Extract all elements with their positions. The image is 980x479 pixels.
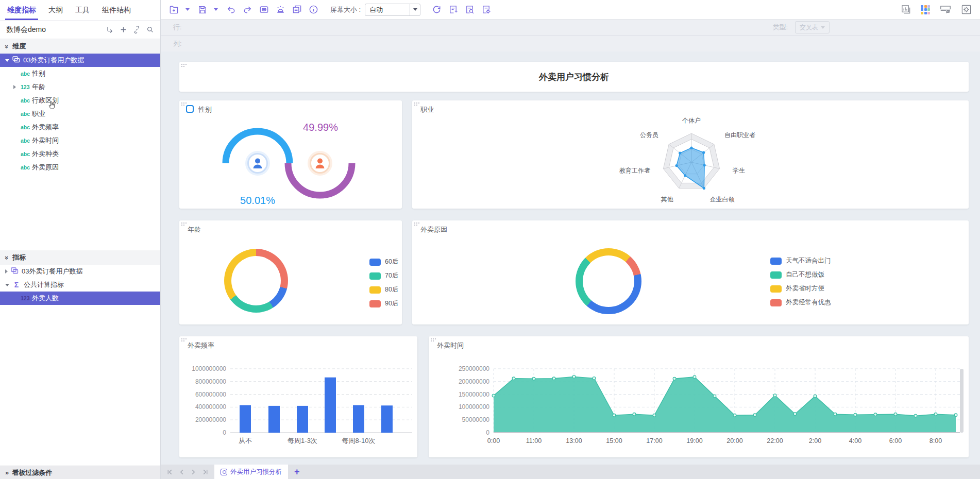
link-box-icon[interactable] xyxy=(259,5,269,14)
alarm-icon[interactable] xyxy=(276,5,285,14)
tab-tools[interactable]: 工具 xyxy=(75,0,90,20)
data-point[interactable] xyxy=(673,378,676,381)
drag-handle[interactable] xyxy=(414,223,415,224)
legend-item[interactable]: 80后 xyxy=(369,285,398,294)
search-icon[interactable] xyxy=(146,26,154,33)
data-point[interactable] xyxy=(854,414,857,417)
dimension-item[interactable]: abc外卖原因 xyxy=(0,161,160,174)
chart-type-dropdown[interactable]: 交叉表 xyxy=(795,21,830,33)
bar[interactable] xyxy=(268,406,280,433)
legend-item[interactable]: 60后 xyxy=(369,258,398,266)
caret-down-icon[interactable] xyxy=(5,284,9,286)
caret-right-icon[interactable] xyxy=(13,85,16,89)
save-icon[interactable] xyxy=(198,5,207,14)
drag-handle[interactable] xyxy=(181,223,182,224)
data-point[interactable] xyxy=(874,413,877,416)
dimensions-header[interactable]: » 维度 xyxy=(0,39,160,54)
copy-icon[interactable] xyxy=(292,5,302,14)
save-caret[interactable] xyxy=(214,8,218,11)
bar[interactable] xyxy=(325,378,336,433)
data-point[interactable] xyxy=(894,413,897,416)
screen-size-select[interactable]: 自动 xyxy=(365,4,420,16)
redo-icon[interactable] xyxy=(243,5,252,14)
drag-handle[interactable] xyxy=(181,64,182,65)
data-point[interactable] xyxy=(914,415,917,418)
hide-card-icon[interactable] xyxy=(939,4,952,15)
dimension-item[interactable]: abc行政区划 xyxy=(0,94,160,107)
gender-card[interactable]: 性别 49.99%50.01% xyxy=(179,100,402,209)
board-filter-bar[interactable]: » 看板过滤条件 xyxy=(0,466,160,479)
data-point[interactable] xyxy=(693,375,696,379)
reason-card[interactable]: 外卖原因 天气不适合出门自己不想做饭外卖省时方便外卖经常有优惠 xyxy=(412,220,969,324)
tab-component-structure[interactable]: 组件结构 xyxy=(102,0,131,20)
chart-scrollbar[interactable] xyxy=(960,369,964,433)
data-point[interactable] xyxy=(532,378,535,381)
bar[interactable] xyxy=(381,405,393,433)
dimension-item[interactable]: abc外卖种类 xyxy=(0,147,160,161)
data-point[interactable] xyxy=(773,394,776,397)
metric-item[interactable]: Σ公共计算指标 xyxy=(0,278,160,292)
new-dashboard-icon[interactable] xyxy=(169,5,179,14)
data-point[interactable] xyxy=(834,413,837,416)
data-point[interactable] xyxy=(713,395,716,398)
bar[interactable] xyxy=(353,405,364,433)
data-point[interactable] xyxy=(753,414,756,417)
data-point[interactable] xyxy=(934,413,937,416)
legend-item[interactable]: 外卖经常有优惠 xyxy=(770,298,831,307)
drag-handle[interactable] xyxy=(181,102,182,104)
age-card[interactable]: 年龄 60后70后80后90后 xyxy=(179,220,402,324)
metric-item[interactable]: 03外卖订餐用户数据 xyxy=(0,265,160,278)
caret-right-icon[interactable] xyxy=(5,269,8,273)
add-board-tab-button[interactable]: + xyxy=(288,465,306,479)
data-point[interactable] xyxy=(593,377,596,380)
legend-item[interactable]: 90后 xyxy=(369,299,398,308)
doc-add-icon[interactable] xyxy=(448,5,458,14)
card-checkbox[interactable] xyxy=(186,105,194,113)
dimension-item[interactable]: abc外卖频率 xyxy=(0,121,160,134)
component-grid-icon[interactable] xyxy=(921,5,930,14)
dimension-item[interactable]: 123年龄 xyxy=(0,80,160,94)
prev-page-icon[interactable] xyxy=(179,469,184,475)
dimension-item[interactable]: abc性别 xyxy=(0,67,160,80)
data-point[interactable] xyxy=(512,377,515,380)
switch-dataset-icon[interactable] xyxy=(106,26,114,33)
dimension-item[interactable]: abc外卖时间 xyxy=(0,134,160,147)
settings-icon[interactable] xyxy=(961,4,972,15)
frequency-card[interactable]: 外卖频率 02000000004000000006000000008000000… xyxy=(179,336,417,457)
link-icon[interactable] xyxy=(133,26,141,33)
metrics-header[interactable]: » 指标 xyxy=(0,250,160,265)
title-card[interactable]: 外卖用户习惯分析 xyxy=(179,62,969,92)
chart-panel-icon[interactable] xyxy=(901,4,911,15)
tab-dimensions-metrics[interactable]: 维度指标 xyxy=(7,0,36,20)
data-point[interactable] xyxy=(552,377,555,380)
next-page-icon[interactable] xyxy=(191,469,196,475)
doc-search-icon[interactable] xyxy=(465,5,475,14)
first-page-icon[interactable] xyxy=(167,469,173,475)
add-icon[interactable] xyxy=(120,26,127,33)
legend-item[interactable]: 自己不想做饭 xyxy=(770,270,831,279)
board-tab-active[interactable]: 外卖用户习惯分析 xyxy=(214,465,288,479)
data-point[interactable] xyxy=(613,414,616,417)
occupation-card[interactable]: 职业 个体户自由职业者学生企业白领其他教育工作者公务员 xyxy=(412,100,969,209)
bar[interactable] xyxy=(240,405,251,433)
legend-item[interactable]: 天气不适合出门 xyxy=(770,256,831,265)
dimension-dataset-root[interactable]: 03外卖订餐用户数据 xyxy=(0,54,160,67)
data-point[interactable] xyxy=(793,413,797,416)
new-dashboard-caret[interactable] xyxy=(185,8,190,11)
tab-outline[interactable]: 大纲 xyxy=(48,0,63,20)
data-point[interactable] xyxy=(653,414,656,417)
data-point[interactable] xyxy=(572,375,576,379)
data-point[interactable] xyxy=(633,413,636,416)
data-point[interactable] xyxy=(814,395,817,398)
info-icon[interactable] xyxy=(309,5,318,14)
legend-item[interactable]: 70后 xyxy=(369,271,398,280)
dimension-item[interactable]: abc职业 xyxy=(0,107,160,121)
doc-settings-icon[interactable] xyxy=(481,5,491,14)
metric-item[interactable]: 123外卖人数 xyxy=(0,292,160,305)
legend-item[interactable]: 外卖省时方便 xyxy=(770,284,831,293)
data-point[interactable] xyxy=(733,414,736,417)
last-page-icon[interactable] xyxy=(202,469,208,475)
data-point[interactable] xyxy=(492,394,495,397)
undo-icon[interactable] xyxy=(226,5,236,14)
refresh-icon[interactable] xyxy=(432,5,442,14)
